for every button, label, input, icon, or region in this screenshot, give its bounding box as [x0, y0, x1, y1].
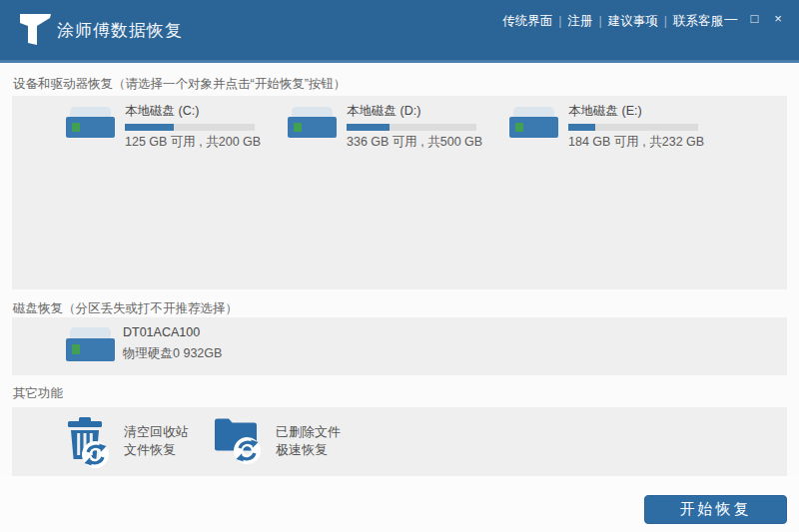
drive-info: 本地磁盘 (C:) 125 GB 可用 , 共200 GB	[125, 101, 273, 151]
drive-name: 本地磁盘 (D:)	[347, 101, 494, 120]
physical-disk-info: DT01ACA100 物理硬盘0 932GB	[123, 322, 222, 362]
disk-drive-icon	[506, 104, 561, 141]
nav-link-suggestions[interactable]: 建议事项	[608, 14, 658, 28]
close-button[interactable]: ×	[769, 11, 787, 26]
drive-item-e[interactable]: 本地磁盘 (E:) 184 GB 可用 , 共232 GB	[506, 101, 716, 145]
drive-usage-bar	[125, 124, 255, 131]
nav-separator: |	[664, 14, 667, 28]
drive-item-c[interactable]: 本地磁盘 (C:) 125 GB 可用 , 共200 GB	[63, 101, 273, 145]
physical-disk-item[interactable]: DT01ACA100 物理硬盘0 932GB	[63, 322, 363, 370]
physical-disk-name: DT01ACA100	[123, 322, 222, 339]
feature-label: 已删除文件 极速恢复	[276, 423, 341, 459]
nav-separator: |	[558, 14, 561, 28]
drives-section-title: 设备和驱动器恢复（请选择一个对象并点击“开始恢复”按钮）	[13, 76, 346, 93]
drive-name: 本地磁盘 (E:)	[568, 101, 716, 120]
other-panel: 清空回收站 文件恢复 已删除文件 极速恢复	[12, 407, 787, 476]
window-controls: — □ ×	[720, 11, 787, 26]
nav-link-register[interactable]: 注册	[568, 14, 593, 28]
recycle-arrows-icon	[82, 441, 109, 468]
title-bar: 涂师傅数据恢复 传统界面|注册|建议事项|联系客服 — □ ×	[0, 0, 799, 63]
drives-panel: 本地磁盘 (C:) 125 GB 可用 , 共200 GB 本地磁盘 (D:) …	[12, 96, 787, 289]
drive-capacity-text: 184 GB 可用 , 共232 GB	[568, 134, 716, 151]
footer-bar: 开始恢复	[0, 476, 799, 532]
nav-separator: |	[599, 14, 602, 28]
feature-label: 清空回收站 文件恢复	[124, 423, 189, 459]
drive-name: 本地磁盘 (C:)	[125, 101, 273, 120]
disk-drive-icon	[285, 104, 340, 141]
drive-item-d[interactable]: 本地磁盘 (D:) 336 GB 可用 , 共500 GB	[285, 101, 494, 145]
recycle-arrows-icon	[234, 437, 261, 464]
disk-section-title: 磁盘恢复（分区丢失或打不开推荐选择）	[13, 300, 238, 317]
hard-disk-icon	[63, 324, 118, 364]
app-title: 涂师傅数据恢复	[57, 19, 183, 42]
other-section-title: 其它功能	[13, 385, 63, 402]
drive-info: 本地磁盘 (E:) 184 GB 可用 , 共232 GB	[568, 101, 716, 151]
minimize-button[interactable]: —	[722, 11, 740, 26]
header-nav: 传统界面|注册|建议事项|联系客服	[498, 13, 727, 30]
drive-usage-bar	[568, 124, 698, 131]
maximize-button[interactable]: □	[745, 11, 763, 26]
folder-recycle-icon	[215, 417, 261, 467]
drive-capacity-text: 336 GB 可用 , 共500 GB	[347, 134, 494, 151]
drive-usage-bar	[347, 124, 476, 131]
start-recovery-button[interactable]: 开始恢复	[644, 495, 787, 524]
disk-drive-icon	[63, 104, 118, 141]
nav-link-classic-ui[interactable]: 传统界面	[502, 14, 552, 28]
drive-info: 本地磁盘 (D:) 336 GB 可用 , 共500 GB	[347, 101, 494, 151]
disk-panel: DT01ACA100 物理硬盘0 932GB	[12, 317, 787, 375]
physical-disk-detail: 物理硬盘0 932GB	[123, 345, 222, 362]
app-logo-icon	[20, 13, 51, 45]
nav-link-contact-support[interactable]: 联系客服	[673, 14, 723, 28]
trash-recycle-icon	[67, 417, 113, 467]
drive-capacity-text: 125 GB 可用 , 共200 GB	[125, 134, 273, 151]
